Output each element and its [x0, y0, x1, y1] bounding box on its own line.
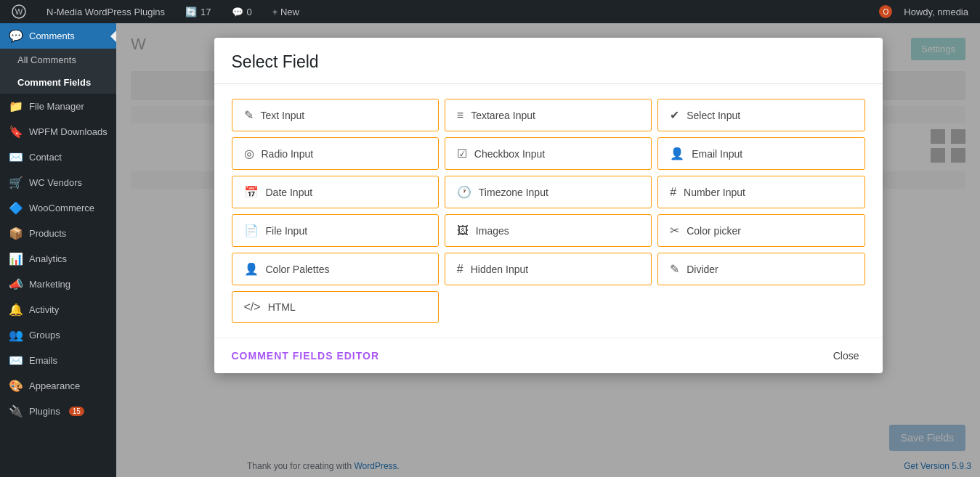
field-html[interactable]: </> HTML	[232, 291, 439, 323]
textarea-input-icon: ≡	[457, 109, 463, 122]
adminbar-comments[interactable]: 💬 0	[226, 0, 258, 23]
comments-icon: 💬	[9, 29, 23, 43]
field-hidden-input[interactable]: # Hidden Input	[445, 253, 652, 285]
select-input-icon: ✔	[670, 108, 679, 122]
sidebar-item-groups[interactable]: 👥 Groups	[0, 322, 116, 348]
marketing-icon: 📣	[9, 277, 23, 291]
emails-icon: ✉️	[9, 354, 23, 367]
adminbar-new[interactable]: + New	[267, 0, 305, 23]
adminbar-wp-logo[interactable]: W	[6, 0, 32, 23]
content-area: W Settings Actions Save Fields	[116, 23, 980, 477]
field-checkbox-input[interactable]: ☑ Checkbox Input	[445, 137, 652, 170]
appearance-icon: 🎨	[9, 379, 23, 393]
field-textarea-input[interactable]: ≡ Textarea Input	[445, 99, 652, 131]
field-file-input[interactable]: 📄 File Input	[232, 214, 439, 247]
sidebar-item-appearance[interactable]: 🎨 Appearance	[0, 373, 116, 399]
sidebar-item-all-comments[interactable]: All Comments	[0, 49, 116, 71]
sidebar-item-woocommerce[interactable]: 🔷 WooCommerce	[0, 195, 116, 221]
sidebar-item-products[interactable]: 📦 Products	[0, 221, 116, 246]
field-radio-input[interactable]: ◎ Radio Input	[232, 137, 439, 170]
file-input-icon: 📄	[244, 224, 259, 237]
timezone-input-icon: 🕐	[457, 185, 471, 199]
radio-input-icon: ◎	[244, 147, 254, 160]
images-icon: 🖼	[457, 224, 469, 237]
sidebar-item-plugins[interactable]: 🔌 Plugins 15	[0, 399, 116, 424]
field-text-input[interactable]: ✎ Text Input	[232, 99, 439, 131]
field-number-input[interactable]: # Number Input	[657, 176, 864, 208]
sidebar: 💬 Comments All Comments Comment Fields 📁…	[0, 23, 116, 477]
plugins-icon: 🔌	[9, 404, 23, 418]
sidebar-item-activity[interactable]: 🔔 Activity	[0, 297, 116, 322]
text-input-icon: ✎	[244, 108, 254, 122]
modal-close-button[interactable]: Close	[827, 347, 865, 364]
admin-bar: W N-Media WordPress Plugins 🔄 17 💬 0 + N…	[0, 0, 980, 23]
adminbar-updates[interactable]: 🔄 17	[179, 0, 216, 23]
file-manager-icon: 📁	[9, 99, 23, 113]
sidebar-item-comment-fields[interactable]: Comment Fields	[0, 71, 116, 94]
sidebar-item-comments[interactable]: 💬 Comments	[0, 23, 116, 49]
products-icon: 📦	[9, 227, 23, 240]
sidebar-item-emails[interactable]: ✉️ Emails	[0, 348, 116, 373]
color-palettes-icon: 👤	[244, 262, 259, 276]
field-timezone-input[interactable]: 🕐 Timezone Input	[445, 176, 652, 208]
divider-icon: ✎	[670, 262, 679, 276]
analytics-icon: 📊	[9, 252, 23, 266]
wpfm-icon: 🔖	[9, 125, 23, 139]
date-input-icon: 📅	[244, 185, 259, 199]
sidebar-item-wc-vendors[interactable]: 🛒 WC Vendors	[0, 170, 116, 195]
modal-body: ✎ Text Input ≡ Textarea Input ✔ Select I…	[214, 84, 883, 338]
adminbar-site-name[interactable]: N-Media WordPress Plugins	[41, 0, 171, 23]
sidebar-arrow	[110, 30, 116, 42]
adminbar-howdy[interactable]: Howdy, nmedia	[898, 7, 974, 17]
modal-title: Select Field	[232, 52, 865, 72]
sidebar-item-marketing[interactable]: 📣 Marketing	[0, 272, 116, 297]
field-color-palettes[interactable]: 👤 Color Palettes	[232, 253, 439, 285]
contact-icon: ✉️	[9, 150, 23, 164]
sidebar-item-file-manager[interactable]: 📁 File Manager	[0, 94, 116, 119]
sidebar-item-analytics[interactable]: 📊 Analytics	[0, 246, 116, 272]
sidebar-item-contact[interactable]: ✉️ Contact	[0, 144, 116, 170]
checkbox-input-icon: ☑	[457, 147, 467, 160]
groups-icon: 👥	[9, 328, 23, 342]
fields-grid: ✎ Text Input ≡ Textarea Input ✔ Select I…	[232, 99, 865, 323]
modal-overlay: Select Field ✎ Text Input ≡ Textarea Inp…	[116, 23, 980, 477]
woocommerce-icon: 🔷	[9, 201, 23, 215]
field-color-picker[interactable]: ✂ Color picker	[657, 214, 864, 247]
adminbar-user-badge: O	[879, 5, 892, 18]
svg-text:W: W	[15, 7, 23, 16]
email-input-icon: 👤	[670, 147, 684, 160]
modal-header: Select Field	[214, 38, 883, 84]
activity-icon: 🔔	[9, 303, 23, 317]
field-select-input[interactable]: ✔ Select Input	[657, 99, 864, 131]
color-picker-icon: ✂	[670, 224, 679, 237]
html-icon: </>	[244, 301, 261, 314]
adminbar-right: O Howdy, nmedia	[879, 5, 974, 18]
modal-footer: COMMENT FIELDS EDITOR Close	[214, 338, 883, 373]
wc-vendors-icon: 🛒	[9, 176, 23, 189]
field-divider[interactable]: ✎ Divider	[657, 253, 864, 285]
modal: Select Field ✎ Text Input ≡ Textarea Inp…	[214, 38, 883, 373]
hidden-input-icon: #	[457, 263, 463, 276]
plugins-badge: 15	[69, 407, 84, 416]
sidebar-item-wpfm-downloads[interactable]: 🔖 WPFM Downloads	[0, 119, 116, 144]
number-input-icon: #	[670, 186, 676, 199]
footer-brand: COMMENT FIELDS EDITOR	[232, 350, 380, 362]
field-email-input[interactable]: 👤 Email Input	[657, 137, 864, 170]
main-layout: 💬 Comments All Comments Comment Fields 📁…	[0, 23, 980, 477]
field-images[interactable]: 🖼 Images	[445, 214, 652, 247]
field-date-input[interactable]: 📅 Date Input	[232, 176, 439, 208]
